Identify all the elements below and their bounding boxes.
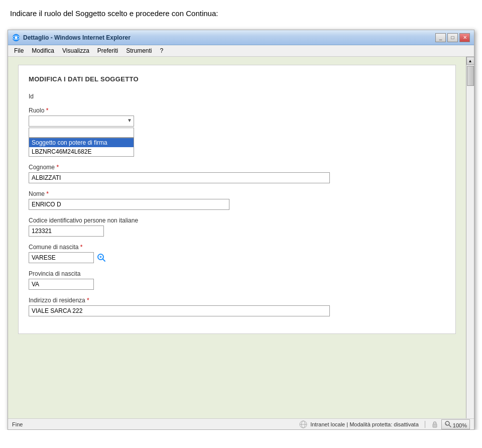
maximize-button[interactable]: □ [447,33,458,42]
codice-label: Codice identificativo persone non italia… [29,217,445,224]
svg-text:+: + [446,422,448,425]
id-field-group: Id [29,93,445,100]
zoom-icon: + [444,420,451,427]
cognome-input[interactable] [29,172,330,183]
form-section-title: MODIFICA I DATI DEL SOGGETTO [29,75,445,83]
nome-input[interactable] [29,199,229,210]
scrollbar[interactable]: ▲ [466,57,474,418]
scroll-up-button[interactable]: ▲ [466,57,474,65]
provincia-label: Provincia di nascita [29,270,445,277]
title-bar-buttons: _ □ ✕ [435,33,470,42]
ruolo-option-2[interactable]: LBZNRC46M24L682E [29,147,134,156]
close-button[interactable]: ✕ [459,33,470,42]
magnifier-icon [97,253,106,262]
nome-field-group: Nome * [29,190,445,210]
title-bar-left: Dettaglio - Windows Internet Explorer [12,34,131,42]
ruolo-option-selected[interactable]: Soggetto con potere di firma [29,138,134,147]
ruolo-select[interactable]: Soggetto con potere di firma [29,116,134,127]
provincia-input[interactable] [29,279,94,290]
menu-file[interactable]: File [10,46,28,55]
id-label: Id [29,93,445,100]
page-instruction: Indicare il ruolo del Soggetto scelto e … [0,0,482,30]
menu-preferiti[interactable]: Preferiti [93,46,122,55]
svg-point-2 [15,36,18,39]
window-body-wrapper: MODIFICA I DATI DEL SOGGETTO Id Ruolo * [8,57,474,418]
comune-label: Comune di nascita * [29,244,445,251]
ruolo-label: Ruolo * [29,107,445,114]
comune-input[interactable] [29,252,94,263]
indirizzo-input[interactable] [29,305,330,316]
svg-line-12 [449,425,451,427]
provincia-field-group: Provincia di nascita [29,270,445,290]
ie-window: Dettaglio - Windows Internet Explorer _ … [8,30,474,430]
indirizzo-field-group: Indirizzo di residenza * [29,297,445,316]
menu-help[interactable]: ? [156,46,168,55]
window-body: MODIFICA I DATI DEL SOGGETTO Id Ruolo * [8,57,466,418]
status-divider [425,421,425,428]
status-section-right: Intranet locale | Modalità protetta: dis… [299,419,470,429]
menu-strumenti[interactable]: Strumenti [122,46,156,55]
zoom-button[interactable]: + 100% [441,419,470,429]
comune-input-row [29,252,445,263]
globe-icon [299,420,307,428]
ruolo-dropdown-list: Soggetto con potere di firma LBZNRC46M24… [29,138,134,157]
codice-field-group: Codice identificativo persone non italia… [29,217,445,237]
status-section-left: Fine [12,421,23,427]
status-text: Fine [12,421,23,427]
ie-icon [12,34,20,42]
ruolo-dropdown-wrapper: Soggetto con potere di firma ▼ [29,116,134,127]
menu-visualizza[interactable]: Visualizza [58,46,93,55]
nome-label: Nome * [29,190,445,197]
window-title: Dettaglio - Windows Internet Explorer [23,34,131,41]
intranet-text: Intranet locale | Modalità protetta: dis… [310,421,419,427]
minimize-button[interactable]: _ [435,33,446,42]
title-bar: Dettaglio - Windows Internet Explorer _ … [8,30,474,45]
cognome-label: Cognome * [29,164,445,171]
svg-line-4 [103,259,105,262]
form-box: MODIFICA I DATI DEL SOGGETTO Id Ruolo * [18,65,456,334]
content-area: MODIFICA I DATI DEL SOGGETTO Id Ruolo * [8,57,466,418]
comune-field-group: Comune di nascita * [29,244,445,263]
menu-modifica[interactable]: Modifica [28,46,58,55]
scroll-thumb[interactable] [467,66,474,86]
indirizzo-label: Indirizzo di residenza * [29,297,445,304]
cognome-field-group: Cognome * [29,164,445,183]
ruolo-search-input[interactable] [29,128,134,138]
svg-rect-10 [433,424,437,427]
lock-icon [431,421,438,428]
menu-bar: File Modifica Visualizza Preferiti Strum… [8,45,474,57]
status-bar: Fine Intranet locale | Modalità protetta… [8,418,474,429]
comune-search-button[interactable] [96,252,107,263]
ruolo-dropdown-open: Soggetto con potere di firma LBZNRC46M24… [29,128,445,157]
ruolo-field-group: Ruolo * Soggetto con potere di firma ▼ [29,107,445,157]
zoom-text: 100% [453,422,467,428]
codice-input[interactable] [29,226,104,237]
